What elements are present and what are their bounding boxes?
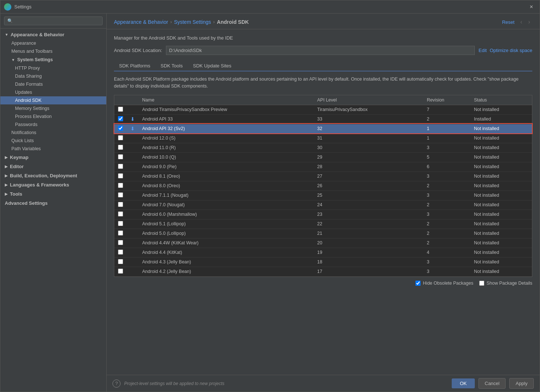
sidebar-item-tools[interactable]: ▶ Tools [0,189,106,199]
sidebar-item-keymap[interactable]: ▶ Keymap [0,153,106,162]
row-api-level: 33 [314,114,423,124]
row-checkbox[interactable] [118,183,123,188]
row-name: Android 12.0 (S) [138,133,314,143]
row-download-cell: ⬇ [127,114,138,124]
row-download-cell [127,248,138,257]
sidebar-item-http-proxy[interactable]: HTTP Proxy [0,64,106,72]
help-icon: ? [115,381,118,386]
table-row[interactable]: Android 5.1 (Lollipop)222Not installed [114,219,532,229]
row-download-cell: ⬇ [127,124,138,133]
table-row[interactable]: Android 7.0 (Nougat)242Not installed [114,200,532,210]
cancel-button[interactable]: Cancel [478,378,506,389]
sidebar-item-menus-toolbars[interactable]: Menus and Toolbars [0,47,106,55]
apply-button[interactable]: Apply [509,378,534,389]
row-checkbox[interactable] [118,154,123,159]
row-checkbox[interactable] [118,259,123,264]
sidebar-item-system-settings[interactable]: ▼ System Settings [0,55,106,64]
table-row[interactable]: Android 8.0 (Oreo)262Not installed [114,181,532,191]
ok-button[interactable]: OK [452,378,475,388]
tab-sdk-platforms[interactable]: SDK Platforms [114,61,155,71]
sidebar-item-android-sdk[interactable]: Android SDK [0,96,106,104]
breadcrumb-sep-2: › [213,19,215,25]
table-row[interactable]: Android 12.0 (S)311Not installed [114,133,532,143]
row-checkbox[interactable] [118,211,123,217]
sidebar-item-appearance-behavior[interactable]: ▼ Appearance & Behavior [0,30,106,39]
row-revision: 3 [423,267,470,276]
row-name: Android 5.1 (Lollipop) [138,219,314,229]
table-row[interactable]: Android 8.1 (Oreo)273Not installed [114,171,532,181]
table-row[interactable]: Android 11.0 (R)303Not installed [114,143,532,152]
sidebar-item-updates[interactable]: Updates [0,88,106,96]
sidebar-item-languages-frameworks[interactable]: ▶ Languages & Frameworks [0,180,106,189]
col-header-api: API Level [314,95,423,105]
sidebar-item-path-variables[interactable]: Path Variables [0,145,106,153]
sidebar-item-advanced-settings[interactable]: Advanced Settings [0,199,106,208]
help-button[interactable]: ? [112,380,121,388]
sidebar-item-data-sharing[interactable]: Data Sharing [0,72,106,80]
row-download-cell [127,105,138,114]
sidebar-item-quick-lists[interactable]: Quick Lists [0,137,106,145]
row-checkbox[interactable] [118,221,123,226]
row-api-level: TiramisuPrivacySandbox [314,105,423,114]
sidebar-item-editor[interactable]: ▶ Editor [0,162,106,171]
sidebar-item-memory-settings[interactable]: Memory Settings [0,104,106,112]
table-row[interactable]: Android 10.0 (Q)295Not installed [114,152,532,162]
show-package-checkbox[interactable] [479,281,484,286]
hide-obsolete-label[interactable]: Hide Obsolete Packages [415,281,473,286]
show-package-label[interactable]: Show Package Details [479,281,532,286]
row-checkbox[interactable] [118,240,123,245]
breadcrumb-appearance-behavior[interactable]: Appearance & Behavior [114,19,168,25]
tab-sdk-update-sites[interactable]: SDK Update Sites [188,61,237,71]
table-row[interactable]: Android 6.0 (Marshmallow)233Not installe… [114,210,532,219]
edit-button[interactable]: Edit [478,48,487,53]
main-content: ▼ Appearance & Behavior Appearance Menus… [0,14,540,392]
table-row[interactable]: Android 4.2 (Jelly Bean)173Not installed [114,267,532,276]
sidebar-item-appearance[interactable]: Appearance [0,39,106,47]
table-row[interactable]: Android 9.0 (Pie)286Not installed [114,162,532,171]
forward-button[interactable]: › [526,18,532,26]
sidebar-item-build-execution[interactable]: ▶ Build, Execution, Deployment [0,171,106,180]
row-checkbox[interactable] [118,173,123,178]
row-checkbox[interactable] [118,145,123,150]
row-name: Android 7.1.1 (Nougat) [138,191,314,200]
search-input[interactable] [4,16,103,25]
row-checkbox[interactable] [118,202,123,207]
sdk-location-input[interactable] [166,46,475,55]
hide-obsolete-checkbox[interactable] [415,281,421,286]
table-row[interactable]: ⬇Android API 33332Installed [114,114,532,124]
row-checkbox[interactable] [118,249,123,255]
row-checkbox[interactable] [118,135,123,140]
row-checkbox-cell [114,162,127,171]
row-checkbox[interactable] [118,107,123,112]
tab-sdk-tools[interactable]: SDK Tools [155,61,188,71]
row-status: Not installed [470,143,532,152]
table-row[interactable]: Android 4.4 (KitKat)194Not installed [114,248,532,257]
sidebar-item-notifications[interactable]: Notifications [0,129,106,137]
table-row[interactable]: Android TiramisuPrivacySandbox PreviewTi… [114,105,532,114]
row-status: Installed [470,114,532,124]
optimize-disk-button[interactable]: Optimize disk space [490,48,532,53]
table-row[interactable]: Android 5.0 (Lollipop)212Not installed [114,229,532,238]
sidebar-item-date-formats[interactable]: Date Formats [0,80,106,88]
sidebar-item-process-elevation[interactable]: Process Elevation [0,112,106,121]
table-row[interactable]: ⬇Android API 32 (Sv2)321Not installed [114,124,532,133]
row-api-level: 19 [314,248,423,257]
back-button[interactable]: ‹ [518,18,524,26]
row-checkbox[interactable] [118,116,123,121]
sidebar-item-passwords[interactable]: Passwords [0,121,106,129]
row-checkbox[interactable] [118,230,123,236]
row-checkbox[interactable] [118,192,123,197]
row-checkbox[interactable] [118,269,123,274]
row-name: Android TiramisuPrivacySandbox Preview [138,105,314,114]
row-name: Android 4.3 (Jelly Bean) [138,257,314,267]
table-row[interactable]: Android 4.3 (Jelly Bean)183Not installed [114,257,532,267]
row-checkbox[interactable] [118,164,123,169]
table-row[interactable]: Android 4.4W (KitKat Wear)202Not install… [114,238,532,248]
close-button[interactable]: × [527,3,536,11]
breadcrumb-system-settings[interactable]: System Settings [174,19,211,25]
row-status: Not installed [470,200,532,210]
table-row[interactable]: Android 7.1.1 (Nougat)253Not installed [114,191,532,200]
row-checkbox[interactable] [118,126,123,131]
row-download-cell [127,257,138,267]
reset-button[interactable]: Reset [502,19,514,25]
